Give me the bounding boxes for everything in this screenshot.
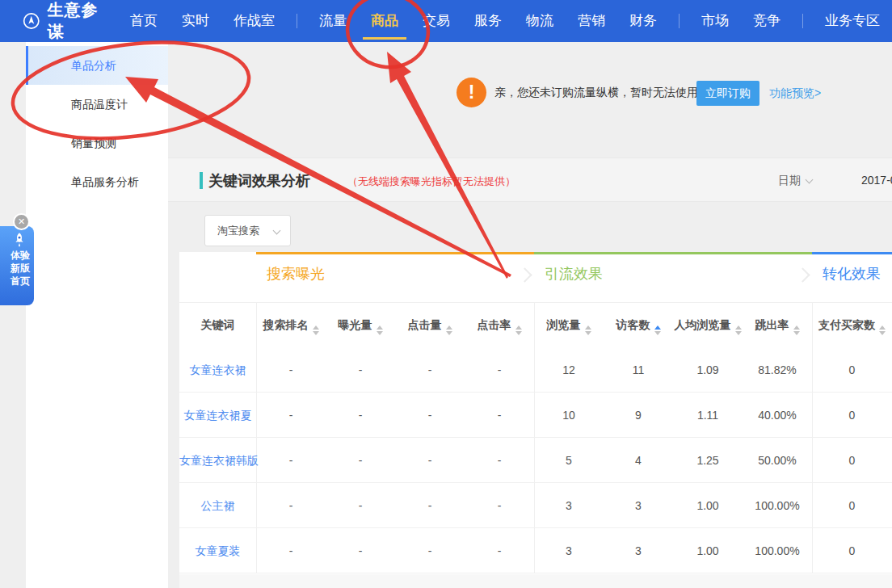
sort-icon[interactable]	[879, 326, 886, 335]
column-header-点击率[interactable]: 点击率	[465, 303, 534, 347]
nav-item-实时[interactable]: 实时	[182, 0, 209, 42]
sidebar-item-销量预测[interactable]: 销量预测	[26, 124, 168, 162]
cell: 1.00	[673, 528, 743, 573]
close-icon[interactable]	[13, 213, 30, 230]
column-header-浏览量[interactable]: 浏览量	[534, 303, 604, 347]
cell: 0	[812, 483, 892, 528]
cell: 3	[604, 483, 673, 528]
table-row: 女童夏装----331.00100.00%0	[179, 528, 892, 573]
keyword-table: 搜索曝光引流效果转化效果关键词搜索排名曝光量点击量点击率浏览量访客数人均浏览量跳…	[179, 252, 892, 588]
nav-divider	[679, 14, 680, 28]
date-value[interactable]: 2017-0	[861, 174, 892, 187]
cell: -	[326, 483, 395, 528]
sort-icon[interactable]	[654, 326, 661, 335]
nav-item-服务[interactable]: 服务	[474, 0, 502, 42]
cell: 1.09	[673, 347, 743, 393]
cell: 1.11	[673, 393, 743, 438]
cell: -	[395, 438, 465, 483]
cell: 4	[604, 438, 673, 483]
cell: -	[326, 347, 395, 393]
badge-line: 首页	[11, 275, 30, 288]
nav-item-首页[interactable]: 首页	[130, 0, 158, 42]
column-header-点击量[interactable]: 点击量	[395, 303, 465, 347]
feature-preview-link[interactable]: 功能预览>	[769, 86, 821, 101]
cell: -	[395, 528, 465, 573]
nav-item-流量[interactable]: 流量	[319, 0, 347, 42]
column-header-跳出率[interactable]: 跳出率	[743, 303, 812, 347]
table-row: 女童连衣裙夏----1091.1140.00%0	[179, 393, 892, 438]
column-header-搜索排名[interactable]: 搜索排名	[256, 303, 326, 347]
sort-icon[interactable]	[585, 326, 591, 335]
sidebar-item-单品服务分析[interactable]: 单品服务分析	[26, 162, 168, 201]
cell: -	[465, 393, 534, 438]
cell: 81.82%	[743, 347, 812, 393]
nav-item-竞争[interactable]: 竞争	[753, 0, 780, 42]
keyword-link[interactable]: 女童连衣裙韩版	[179, 438, 256, 483]
cell: -	[256, 393, 326, 438]
sidebar-item-商品温度计[interactable]: 商品温度计	[26, 85, 168, 124]
sort-icon[interactable]	[377, 326, 383, 335]
brand[interactable]: 生意参谋	[23, 0, 103, 43]
sidebar-item-单品分析[interactable]: 单品分析	[26, 46, 168, 85]
cell: 3	[534, 483, 604, 528]
column-header-访客数[interactable]: 访客数	[604, 303, 673, 347]
group-border-搜索曝光	[256, 252, 534, 254]
table-row: 女童连衣裙韩版----541.2550.00%0	[179, 438, 892, 483]
group-border-引流效果	[534, 252, 812, 254]
search-type-dropdown[interactable]: 淘宝搜索	[204, 215, 291, 246]
sort-icon[interactable]	[515, 326, 522, 335]
cell: -	[395, 393, 465, 438]
nav-item-商品[interactable]: 商品	[371, 0, 398, 42]
cell: 50.00%	[743, 438, 812, 483]
cell: 100.00%	[743, 528, 812, 573]
rocket-icon	[11, 231, 27, 249]
nav-item-业务专区[interactable]: 业务专区	[825, 0, 880, 42]
date-filter[interactable]: 日期	[778, 174, 812, 188]
brand-name: 生意参谋	[48, 0, 103, 43]
nav-item-财务[interactable]: 财务	[629, 0, 657, 42]
cell: -	[256, 483, 326, 528]
badge-line: 体验	[11, 249, 30, 262]
top-navbar: 生意参谋 首页实时作战室流量商品交易服务物流营销财务市场竞争业务专区	[0, 0, 892, 42]
nav-item-市场[interactable]: 市场	[701, 0, 729, 42]
keyword-link[interactable]: 女童夏装	[179, 528, 256, 573]
sort-icon[interactable]	[735, 326, 742, 335]
keyword-link[interactable]: 公主裙	[179, 483, 256, 528]
cell: 40.00%	[743, 393, 812, 438]
group-label-转化效果: 转化效果	[823, 264, 881, 284]
cell: 1.00	[673, 483, 743, 528]
column-header-人均浏览量[interactable]: 人均浏览量	[673, 303, 743, 347]
sort-icon[interactable]	[446, 326, 452, 335]
nav-item-交易[interactable]: 交易	[423, 0, 450, 42]
cell: 0	[812, 438, 892, 483]
sort-icon[interactable]	[793, 326, 800, 335]
new-version-badge[interactable]: 体验新版首页	[0, 226, 34, 305]
nav-item-物流[interactable]: 物流	[526, 0, 553, 42]
section-title: 关键词效果分析	[208, 171, 310, 191]
cell: 1.25	[673, 438, 743, 483]
column-header-曝光量[interactable]: 曝光量	[326, 303, 395, 347]
nav-items: 首页实时作战室流量商品交易服务物流营销财务市场竞争业务专区	[118, 0, 892, 42]
cell: 0	[812, 393, 892, 438]
alert-message: 亲，您还未订购流量纵横，暂时无法使用！	[494, 86, 709, 100]
group-border-转化效果	[812, 252, 892, 254]
compass-logo-icon	[23, 10, 40, 32]
keyword-link[interactable]: 女童连衣裙	[179, 347, 256, 393]
subscribe-button[interactable]: 立即订购	[696, 81, 759, 106]
exclamation-icon	[457, 78, 486, 107]
cell: 11	[604, 347, 673, 393]
cell: -	[465, 483, 534, 528]
keyword-link[interactable]: 女童连衣裙夏	[179, 393, 256, 438]
group-separator-chevron	[795, 267, 810, 282]
cell: 3	[534, 528, 604, 573]
section-header: 关键词效果分析 （无线端搜索曝光指标暂无法提供） 日期 2017-0	[168, 158, 892, 202]
sort-icon[interactable]	[313, 326, 319, 335]
chevron-down-icon	[806, 176, 814, 184]
table-row: 公主裙----331.00100.00%0	[179, 483, 892, 528]
cell: -	[326, 438, 395, 483]
column-header-支付买家数[interactable]: 支付买家数	[812, 303, 892, 347]
cell: -	[395, 483, 465, 528]
cell: -	[326, 528, 395, 573]
nav-item-作战室[interactable]: 作战室	[234, 0, 275, 42]
nav-item-营销[interactable]: 营销	[578, 0, 605, 42]
